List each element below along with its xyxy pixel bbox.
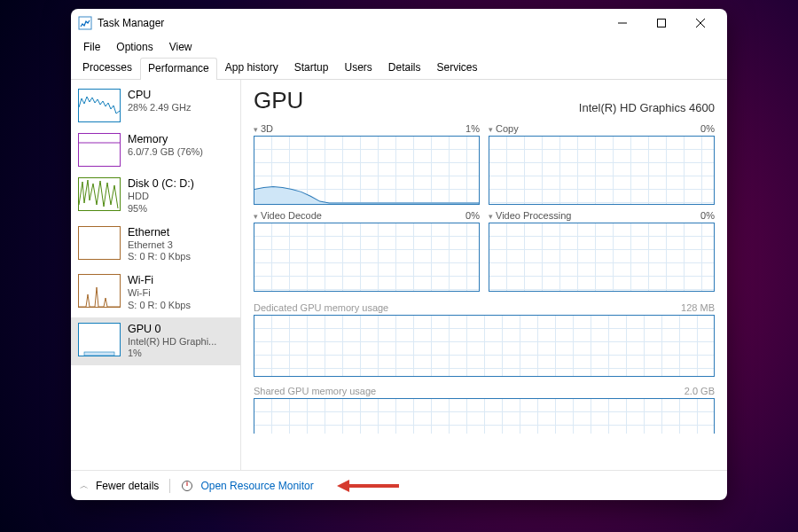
content-area: CPU 28% 2.49 GHz Memory 6.0/7.9 GB (76%) <box>71 80 727 470</box>
chevron-down-icon: ▾ <box>254 212 258 221</box>
menu-options[interactable]: Options <box>109 37 160 57</box>
menu-file[interactable]: File <box>76 37 107 57</box>
sidebar-item-detail: HDD <box>128 191 194 203</box>
svg-marker-9 <box>337 480 349 492</box>
chevron-down-icon: ▾ <box>489 212 493 221</box>
gpu-thumbnail-icon <box>78 323 121 356</box>
wifi-thumbnail-icon <box>78 274 121 308</box>
sidebar-item-title: CPU <box>128 89 192 102</box>
annotation-arrow-icon <box>337 479 399 493</box>
sidebar-item-detail: 28% 2.49 GHz <box>128 102 192 114</box>
minimize-button[interactable] <box>603 9 642 37</box>
chart-video-decode[interactable]: ▾Video Decode 0% <box>254 210 480 292</box>
task-manager-window: Task Manager File Options View Processes… <box>71 9 727 500</box>
sidebar-item-detail: S: 0 R: 0 Kbps <box>128 300 191 312</box>
tab-bar: Processes Performance App history Startu… <box>71 57 727 80</box>
chevron-down-icon: ▾ <box>254 125 258 134</box>
dedicated-mem-label: Dedicated GPU memory usage <box>254 302 388 313</box>
close-button[interactable] <box>681 9 720 37</box>
chart-value: 0% <box>700 210 715 221</box>
sidebar-item-detail: Ethernet 3 <box>128 239 191 252</box>
chart-video-processing[interactable]: ▾Video Processing 0% <box>489 210 715 292</box>
sidebar-item-cpu[interactable]: CPU 28% 2.49 GHz <box>71 83 240 128</box>
chart-value: 0% <box>466 210 480 221</box>
chart-label: Copy <box>496 123 519 134</box>
tab-performance[interactable]: Performance <box>140 58 217 80</box>
chevron-up-icon[interactable]: ︿ <box>80 480 89 492</box>
tab-processes[interactable]: Processes <box>74 57 140 79</box>
shared-mem-chart <box>254 398 715 434</box>
svg-rect-2 <box>658 20 666 27</box>
sidebar-item-detail: S: 0 R: 0 Kbps <box>128 251 191 263</box>
footer-bar: ︿ Fewer details Open Resource Monitor <box>71 470 727 500</box>
chevron-down-icon: ▾ <box>489 125 493 134</box>
tab-details[interactable]: Details <box>380 57 429 79</box>
sidebar-item-title: GPU 0 <box>128 323 216 336</box>
dedicated-mem-chart <box>254 315 715 377</box>
chart-video-decode-graph <box>254 223 480 292</box>
chart-video-processing-graph <box>489 223 715 292</box>
titlebar: Task Manager <box>71 9 727 37</box>
page-title: GPU <box>254 87 303 114</box>
chart-label: 3D <box>261 123 273 134</box>
sidebar-item-disk[interactable]: Disk 0 (C: D:) HDD 95% <box>71 172 240 221</box>
tab-services[interactable]: Services <box>429 57 486 79</box>
fewer-details-link[interactable]: Fewer details <box>96 480 159 492</box>
chart-copy[interactable]: ▾Copy 0% <box>489 123 715 205</box>
sidebar-item-title: Memory <box>128 133 203 146</box>
svg-rect-6 <box>84 352 114 356</box>
performance-sidebar: CPU 28% 2.49 GHz Memory 6.0/7.9 GB (76%) <box>71 80 241 470</box>
divider <box>169 479 170 493</box>
chart-3d-graph <box>254 136 480 205</box>
sidebar-item-memory[interactable]: Memory 6.0/7.9 GB (76%) <box>71 128 240 172</box>
tab-users[interactable]: Users <box>336 57 379 79</box>
sidebar-item-detail: 95% <box>128 203 194 215</box>
chart-label: Video Processing <box>496 210 571 221</box>
disk-thumbnail-icon <box>78 177 121 211</box>
menu-view[interactable]: View <box>162 37 200 57</box>
gpu-detail-panel: GPU Intel(R) HD Graphics 4600 ▾3D 1% <box>241 80 727 470</box>
chart-value: 1% <box>466 123 480 134</box>
sidebar-item-detail: Wi-Fi <box>128 287 191 300</box>
gpu-name: Intel(R) HD Graphics 4600 <box>579 101 715 114</box>
sidebar-item-detail: 6.0/7.9 GB (76%) <box>128 146 203 159</box>
menubar: File Options View <box>71 37 727 57</box>
sidebar-item-title: Disk 0 (C: D:) <box>128 177 194 191</box>
resource-monitor-icon <box>181 480 193 492</box>
cpu-thumbnail-icon <box>78 89 121 122</box>
ethernet-thumbnail-icon <box>78 226 121 260</box>
sidebar-item-gpu[interactable]: GPU 0 Intel(R) HD Graphi... 1% <box>71 317 240 366</box>
shared-mem-value: 2.0 GB <box>685 386 715 396</box>
sidebar-item-title: Ethernet <box>128 226 191 239</box>
chart-value: 0% <box>700 123 715 134</box>
gpu-usage-charts: ▾3D 1% ▾Copy 0% <box>254 123 715 292</box>
sidebar-item-wifi[interactable]: Wi-Fi Wi-Fi S: 0 R: 0 Kbps <box>71 269 240 317</box>
chart-3d[interactable]: ▾3D 1% <box>254 123 480 205</box>
sidebar-item-detail: Intel(R) HD Graphi... <box>128 336 216 348</box>
dedicated-mem-value: 128 MB <box>681 302 715 313</box>
task-manager-icon <box>78 16 92 30</box>
chart-label: Video Decode <box>261 210 322 221</box>
chart-copy-graph <box>489 136 715 205</box>
sidebar-item-detail: 1% <box>128 348 216 360</box>
maximize-button[interactable] <box>642 9 681 37</box>
svg-rect-8 <box>348 484 399 488</box>
open-resource-monitor-link[interactable]: Open Resource Monitor <box>200 480 313 492</box>
tab-app-history[interactable]: App history <box>217 57 286 79</box>
memory-thumbnail-icon <box>78 133 121 167</box>
sidebar-item-ethernet[interactable]: Ethernet Ethernet 3 S: 0 R: 0 Kbps <box>71 221 240 270</box>
shared-mem-label: Shared GPU memory usage <box>254 386 376 396</box>
window-title: Task Manager <box>98 17 603 29</box>
sidebar-item-title: Wi-Fi <box>128 274 191 287</box>
tab-startup[interactable]: Startup <box>286 57 337 79</box>
